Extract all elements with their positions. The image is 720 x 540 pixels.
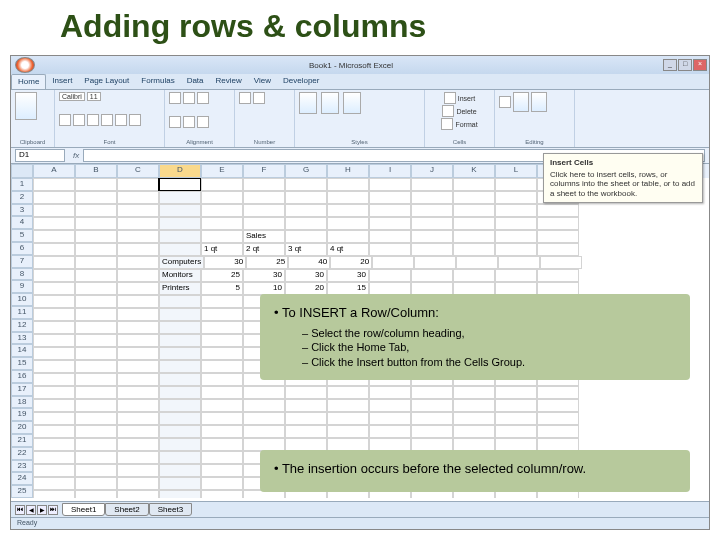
format-button[interactable]: Format <box>455 121 477 128</box>
cell[interactable] <box>453 386 495 399</box>
cell[interactable] <box>159 217 201 230</box>
sheet-tab[interactable]: Sheet1 <box>62 503 105 516</box>
cell[interactable] <box>453 178 495 191</box>
cell[interactable] <box>243 425 285 438</box>
cell[interactable]: 40 <box>288 256 330 269</box>
cell[interactable] <box>411 243 453 256</box>
cell[interactable] <box>75 295 117 308</box>
fx-icon[interactable]: fx <box>69 151 83 160</box>
cell[interactable]: 30 <box>243 269 285 282</box>
cell[interactable] <box>117 191 159 204</box>
col-header[interactable]: A <box>33 164 75 178</box>
cell[interactable] <box>159 243 201 256</box>
cell[interactable] <box>33 191 75 204</box>
cell[interactable] <box>453 191 495 204</box>
cell[interactable] <box>75 191 117 204</box>
cell[interactable]: Sales <box>243 230 285 243</box>
cell[interactable] <box>75 256 117 269</box>
row-header[interactable]: 23 <box>11 460 33 473</box>
cell[interactable] <box>285 178 327 191</box>
delete-button[interactable]: Delete <box>456 108 476 115</box>
cell[interactable] <box>285 230 327 243</box>
cell[interactable] <box>453 412 495 425</box>
cell[interactable] <box>159 464 201 477</box>
cell[interactable] <box>159 295 201 308</box>
sheet-nav-next-icon[interactable]: ▶ <box>37 505 47 515</box>
cell[interactable] <box>537 386 579 399</box>
cell[interactable] <box>201 217 243 230</box>
cell[interactable] <box>327 178 369 191</box>
name-box[interactable]: D1 <box>15 149 65 162</box>
row-header[interactable]: 20 <box>11 421 33 434</box>
cell[interactable] <box>33 204 75 217</box>
cell[interactable] <box>327 217 369 230</box>
cell[interactable] <box>33 451 75 464</box>
cell[interactable] <box>285 412 327 425</box>
cell[interactable] <box>201 178 243 191</box>
cell[interactable] <box>159 347 201 360</box>
cell[interactable] <box>159 360 201 373</box>
cell[interactable] <box>159 178 201 191</box>
cell[interactable] <box>33 243 75 256</box>
cell[interactable] <box>201 230 243 243</box>
cell[interactable] <box>537 217 579 230</box>
cell[interactable] <box>285 191 327 204</box>
row-header[interactable]: 1 <box>11 178 33 191</box>
cell[interactable] <box>117 412 159 425</box>
cell[interactable] <box>243 217 285 230</box>
cell[interactable] <box>285 399 327 412</box>
cell[interactable] <box>453 217 495 230</box>
col-header[interactable]: I <box>369 164 411 178</box>
col-header[interactable]: H <box>327 164 369 178</box>
cell[interactable] <box>495 269 537 282</box>
cell[interactable] <box>327 425 369 438</box>
cell[interactable] <box>117 451 159 464</box>
cell[interactable] <box>75 425 117 438</box>
cell[interactable] <box>75 477 117 490</box>
cell[interactable] <box>33 295 75 308</box>
cell[interactable] <box>537 412 579 425</box>
row-header[interactable]: 17 <box>11 383 33 396</box>
cell[interactable] <box>75 438 117 451</box>
cell[interactable] <box>75 308 117 321</box>
cell[interactable] <box>75 464 117 477</box>
col-header[interactable]: F <box>243 164 285 178</box>
cell[interactable]: 4 qt <box>327 243 369 256</box>
row-header[interactable]: 2 <box>11 191 33 204</box>
cell[interactable] <box>33 308 75 321</box>
cell[interactable] <box>201 386 243 399</box>
sheet-tab[interactable]: Sheet2 <box>105 503 148 516</box>
cell[interactable] <box>75 321 117 334</box>
cell[interactable] <box>285 425 327 438</box>
cell[interactable] <box>33 360 75 373</box>
cell[interactable] <box>243 399 285 412</box>
cell[interactable] <box>537 243 579 256</box>
col-header[interactable]: K <box>453 164 495 178</box>
cell[interactable] <box>33 373 75 386</box>
cell[interactable] <box>453 243 495 256</box>
cell[interactable] <box>117 269 159 282</box>
sheet-nav-last-icon[interactable]: ⏭ <box>48 505 58 515</box>
cell[interactable] <box>75 490 117 498</box>
cell[interactable] <box>75 399 117 412</box>
cell[interactable] <box>75 334 117 347</box>
cell[interactable] <box>75 282 117 295</box>
row-header[interactable]: 18 <box>11 396 33 409</box>
cell[interactable]: 30 <box>285 269 327 282</box>
cell[interactable] <box>285 386 327 399</box>
cell[interactable] <box>453 269 495 282</box>
cell[interactable] <box>117 256 159 269</box>
cell[interactable] <box>201 477 243 490</box>
cell[interactable] <box>117 217 159 230</box>
cell[interactable] <box>537 399 579 412</box>
insert-button[interactable]: Insert <box>458 95 476 102</box>
cell[interactable] <box>117 308 159 321</box>
col-header[interactable]: L <box>495 164 537 178</box>
cell[interactable] <box>201 360 243 373</box>
cell[interactable] <box>159 399 201 412</box>
cell[interactable] <box>33 217 75 230</box>
cell[interactable] <box>411 399 453 412</box>
cell[interactable] <box>495 412 537 425</box>
fill-color-icon[interactable] <box>115 114 127 126</box>
cell[interactable] <box>33 412 75 425</box>
